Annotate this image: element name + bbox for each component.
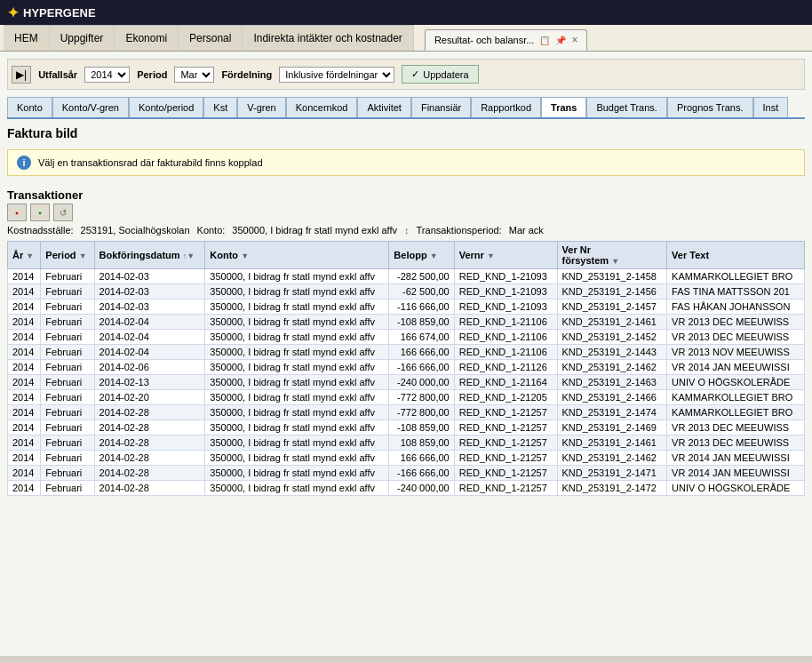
table-row[interactable]: 2014 Februari 2014-02-03 350000, I bidra… [8,300,805,315]
cell-ver-nr-fs: KND_253191_2-1462 [557,360,667,375]
cell-ver-nr-fs: KND_253191_2-1462 [557,451,667,466]
table-row[interactable]: 2014 Februari 2014-02-06 350000, I bidra… [8,360,805,375]
subtab-trans[interactable]: Trans [541,97,586,119]
cell-belopp: -282 500,00 [389,269,454,284]
info-box: i Välj en transaktionsrad där fakturabil… [7,149,805,176]
subtab-konto-vgren[interactable]: Konto/V-gren [52,97,129,117]
cell-datum: 2014-02-03 [94,269,205,284]
table-row[interactable]: 2014 Februari 2014-02-28 350000, I bidra… [8,405,805,420]
cell-belopp: -240 000,00 [389,375,454,390]
cell-belopp: 166 674,00 [389,330,454,345]
col-header-ver-nr-fs[interactable]: Ver Nrförsystem ▼ [557,242,667,269]
sort-konto-icon: ▼ [241,252,249,260]
tab-pin-icon[interactable]: 📌 [555,36,566,45]
cell-konto: 350000, I bidrag fr statl mynd exkl affv [205,481,389,496]
fordelning-label: Fördelning [221,69,272,80]
cell-konto: 350000, I bidrag fr statl mynd exkl affv [205,451,389,466]
table-row[interactable]: 2014 Februari 2014-02-04 350000, I bidra… [8,345,805,360]
cell-ver-nr-fs: KND_253191_2-1474 [557,405,667,420]
cell-belopp: 108 859,00 [389,435,454,451]
table-row[interactable]: 2014 Februari 2014-02-28 350000, I bidra… [8,481,805,496]
nav-item-indirekta[interactable]: Indirekta intäkter och kostnader [243,25,413,51]
table-row[interactable]: 2014 Februari 2014-02-28 350000, I bidra… [8,466,805,481]
export-excel-button[interactable]: ▪ [30,204,50,221]
table-row[interactable]: 2014 Februari 2014-02-13 350000, I bidra… [8,375,805,390]
col-header-konto[interactable]: Konto ▼ [205,242,389,269]
subtab-finansiar[interactable]: Finansiär [411,97,471,117]
cell-vernr: RED_KND_1-21257 [454,435,557,451]
cell-vernr: RED_KND_1-21257 [454,405,557,420]
cell-konto: 350000, I bidrag fr statl mynd exkl affv [205,284,389,300]
table-row[interactable]: 2014 Februari 2014-02-04 350000, I bidra… [8,330,805,345]
nav-first-button[interactable]: ▶| [12,66,31,84]
sort-datum-icon: ↑▼ [183,252,195,260]
cell-belopp: -62 500,00 [389,284,454,300]
col-header-belopp[interactable]: Belopp ▼ [389,242,454,269]
subtab-vgren[interactable]: V-gren [237,97,285,117]
cell-belopp: -772 800,00 [389,390,454,405]
update-check-icon: ✓ [411,68,419,80]
cell-ver-nr-fs: KND_253191_2-1466 [557,390,667,405]
cell-ar: 2014 [8,360,41,375]
fordelning-select[interactable]: Inklusive fördelningar [279,67,394,83]
subtab-prognos-trans[interactable]: Prognos Trans. [667,97,753,117]
main-tab[interactable]: Resultat- och balansr... 📋 📌 × [425,29,588,51]
cell-ver-text: VR 2013 DEC MEEUWISS [667,420,805,435]
subtab-aktivitet[interactable]: Aktivitet [357,97,411,117]
table-row[interactable]: 2014 Februari 2014-02-20 350000, I bidra… [8,390,805,405]
cell-period: Februari [41,466,94,481]
nav-item-personal[interactable]: Personal [179,25,243,51]
nav-item-ekonomi[interactable]: Ekonomi [115,25,179,51]
cell-konto: 350000, I bidrag fr statl mynd exkl affv [205,330,389,345]
update-button[interactable]: ✓ Uppdatera [402,65,478,84]
subtab-budget-trans[interactable]: Budget Trans. [586,97,667,117]
cell-ver-nr-fs: KND_253191_2-1443 [557,345,667,360]
cell-belopp: -166 666,00 [389,360,454,375]
subtab-koncernkod[interactable]: Koncernkod [286,97,358,117]
col-header-datum[interactable]: Bokföringsdatum ↑▼ [94,242,205,269]
sort-arrow-icon[interactable]: ↕ [404,225,410,236]
cell-datum: 2014-02-04 [94,345,205,360]
refresh-button[interactable]: ↺ [53,204,73,221]
cell-vernr: RED_KND_1-21257 [454,466,557,481]
subtab-inst[interactable]: Inst [753,97,789,117]
info-icon: i [17,156,31,170]
cell-ver-text: UNIV O HÖGSKOLERÅDE [667,375,805,390]
cell-ver-text: VR 2013 DEC MEEUWISS [667,435,805,451]
subtab-konto[interactable]: Konto [7,97,52,117]
subtab-rapportkod[interactable]: Rapportkod [471,97,541,117]
col-header-ar[interactable]: År ▼ [8,242,41,269]
cell-ar: 2014 [8,451,41,466]
cell-ver-nr-fs: KND_253191_2-1471 [557,466,667,481]
table-row[interactable]: 2014 Februari 2014-02-28 350000, I bidra… [8,451,805,466]
period-select[interactable]: Mar [174,67,214,83]
table-row[interactable]: 2014 Februari 2014-02-03 350000, I bidra… [8,284,805,300]
col-header-ver-text[interactable]: Ver Text [667,242,805,269]
cell-ver-text: VR 2013 DEC MEEUWISS [667,330,805,345]
cell-period: Februari [41,330,94,345]
utfallsar-select[interactable]: 2014 [84,67,130,83]
table-row[interactable]: 2014 Februari 2014-02-03 350000, I bidra… [8,269,805,284]
table-row[interactable]: 2014 Februari 2014-02-04 350000, I bidra… [8,315,805,330]
col-header-period[interactable]: Period ▼ [41,242,94,269]
tab-close-button[interactable]: × [571,34,577,46]
table-row[interactable]: 2014 Februari 2014-02-28 350000, I bidra… [8,420,805,435]
table-row[interactable]: 2014 Februari 2014-02-28 350000, I bidra… [8,435,805,451]
cell-belopp: -108 859,00 [389,315,454,330]
cell-belopp: -116 666,00 [389,300,454,315]
sort-period-icon: ▼ [79,252,87,260]
refresh-icon: ↺ [60,208,67,218]
cell-vernr: RED_KND_1-21093 [454,300,557,315]
nav-item-uppgifter[interactable]: Uppgifter [50,25,115,51]
subtab-konto-period[interactable]: Konto/period [129,97,203,117]
cell-datum: 2014-02-28 [94,481,205,496]
nav-item-hem[interactable]: HEM [4,25,50,51]
export-pdf-button[interactable]: ▪ [7,204,27,221]
subtab-kst[interactable]: Kst [203,97,237,117]
cell-belopp: -240 000,00 [389,481,454,496]
cell-ar: 2014 [8,420,41,435]
col-header-vernr[interactable]: Vernr ▼ [454,242,557,269]
tab-doc-icon[interactable]: 📋 [539,36,550,45]
cell-ver-nr-fs: KND_253191_2-1472 [557,481,667,496]
cell-period: Februari [41,360,94,375]
